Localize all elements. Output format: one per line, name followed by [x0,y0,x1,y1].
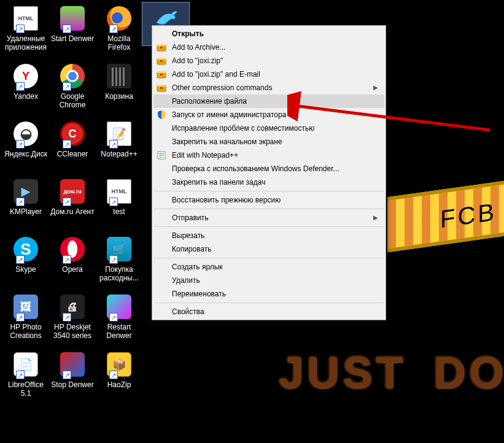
menu-separator [154,226,384,227]
icon-opera[interactable]: ↗ Opera [49,233,96,291]
icon-yandex-disk[interactable]: ◒↗ Яндекс.Диск [2,118,49,175]
icon-stop-denwer[interactable]: ↗ Stop Denwer [49,349,96,406]
shortcut-overlay-icon: ↗ [63,198,71,206]
menu-item-расположение-файла[interactable]: Расположение файла [153,94,384,108]
icon-label: KMPlayer [9,206,43,216]
icon-test[interactable]: HTML↗ test [96,175,142,233]
menu-separator [154,302,384,303]
icon-label: LibreOffice 5.1 [2,379,49,398]
icon-label: Корзина [104,91,134,101]
menu-item-закрепить-на-начальном-экране[interactable]: Закрепить на начальном экране [153,135,384,148]
menu-item-add-to-joxi-zip[interactable]: Add to "joxi.zip" [153,54,384,67]
shortcut-overlay-icon: ↗ [63,371,71,379]
menu-item-label: Edit with Notepad++ [172,151,238,160]
icon-recycle-bin[interactable]: Корзина [96,60,142,118]
menu-item-label: Копировать [172,245,212,253]
icon-label: HP Deskjet 3540 series [49,322,96,340]
icon-label: CCleaner [56,148,90,158]
menu-item-отправить[interactable]: Отправить▶ [153,211,384,225]
shortcut-overlay-icon: ↗ [63,255,71,264]
shortcut-overlay-icon: ↗ [109,25,118,33]
icon-notepadpp[interactable]: 📝↗ Notepad++ [96,118,142,175]
menu-item-проверка-с-использованием-wind[interactable]: Проверка с использованием Windows Defend… [153,162,384,175]
icon-start-denwer[interactable]: ↗ Start Denwer [49,2,96,60]
menu-separator [154,258,384,258]
menu-separator [154,209,384,209]
menu-item-label: Other compression commands [172,83,272,92]
icon-label: Restart Denwer [96,322,142,340]
shortcut-overlay-icon: ↗ [16,313,25,322]
icon-label: HaoZip [106,379,133,389]
icon-shopping[interactable]: 🛒↗ Покупка расходны... [96,233,142,291]
svg-rect-1 [157,44,166,46]
menu-item-свойства[interactable]: Свойства [153,305,384,318]
menu-item-восстановить-прежнюю-версию[interactable]: Восстановить прежнюю версию [153,193,384,207]
shortcut-overlay-icon: ↗ [109,371,118,379]
shortcut-overlay-icon: ↗ [63,82,71,91]
menu-item-запуск-от-имени-администратора[interactable]: Запуск от имени администратора [153,108,384,121]
svg-rect-7 [157,71,166,73]
icon-chrome[interactable]: ↗ Google Chrome [49,60,96,118]
icon-label: Google Chrome [49,91,96,109]
menu-item-label: Add to "joxi.zip" and E-mail [172,70,260,79]
archive-icon [156,55,167,66]
icon-domru[interactable]: дом.ru↗ Дом.ru Агент [49,175,96,233]
svg-rect-8 [160,74,163,75]
menu-item-открыть[interactable]: Открыть [153,27,384,40]
menu-item-label: Add to "joxi.zip" [172,56,223,65]
menu-item-label: Восстановить прежнюю версию [172,196,281,204]
shortcut-overlay-icon: ↗ [16,255,25,264]
menu-item-переименовать[interactable]: Переименовать [153,287,384,301]
menu-item-вырезать[interactable]: Вырезать [153,229,384,242]
menu-item-закрепить-на-панели-задач[interactable]: Закрепить на панели задач [153,175,384,189]
svg-rect-4 [157,58,166,60]
icon-label: test [112,206,126,216]
menu-item-add-to-joxi-zip-and-e-mail[interactable]: Add to "joxi.zip" and E-mail [153,67,384,81]
menu-item-other-compression-commands[interactable]: Other compression commands▶ [153,81,384,94]
shortcut-overlay-icon: ↗ [109,313,118,322]
icon-label: Покупка расходны... [96,264,142,282]
menu-item-label: Add to Archive... [172,43,225,52]
icon-label: Opera [61,264,83,274]
icon-label: Skype [14,264,37,274]
icon-firefox[interactable]: ↗ Mozilla Firefox [96,2,142,60]
menu-item-копировать[interactable]: Копировать [153,242,384,256]
icon-yandex[interactable]: Y↗ Yandex [2,60,49,118]
submenu-arrow-icon: ▶ [373,214,378,221]
icon-kmplayer[interactable]: ▶↗ KMPlayer [2,175,49,233]
menu-item-edit-with-notepad[interactable]: Edit with Notepad++ [153,148,384,162]
menu-item-исправление-проблем-с-совмести[interactable]: Исправление проблем с совместимостью [153,121,384,135]
menu-item-создать-ярлык[interactable]: Создать ярлык [153,260,384,274]
icon-label: Start Denwer [50,33,95,43]
icon-libreoffice[interactable]: 📄↗ LibreOffice 5.1 [2,349,49,406]
icon-label: Notepad++ [99,148,138,158]
icon-skype[interactable]: S↗ Skype [2,233,49,291]
context-menu: ОткрытьAdd to Archive...Add to "joxi.zip… [152,25,386,320]
icon-label: Yandex [12,91,39,101]
icon-label: Удаленные приложения [2,33,49,52]
shortcut-overlay-icon: ↗ [16,140,25,148]
icon-label: Дом.ru Агент [49,206,95,216]
shortcut-overlay-icon: ↗ [16,25,25,33]
menu-item-удалить[interactable]: Удалить [153,274,384,287]
icon-haozip[interactable]: 📦↗ HaoZip [96,349,142,406]
icon-hp-deskjet[interactable]: 🖨↗ HP Deskjet 3540 series [49,291,96,349]
svg-rect-11 [160,87,163,89]
icon-restart-denwer[interactable]: ↗ Restart Denwer [96,291,142,349]
menu-item-label: Создать ярлык [172,263,223,271]
shortcut-overlay-icon: ↗ [16,198,25,206]
icon-ccleaner[interactable]: C↗ CCleaner [49,118,96,175]
icon-deleted-apps[interactable]: HTML↗ Удаленные приложения [2,2,49,60]
menu-item-label: Запуск от имени администратора [172,110,286,119]
recycle-bin-icon [107,64,131,88]
menu-item-label: Проверка с использованием Windows Defend… [172,164,339,173]
shortcut-overlay-icon: ↗ [109,255,118,264]
shortcut-overlay-icon: ↗ [16,82,25,91]
shortcut-overlay-icon: ↗ [63,25,71,33]
menu-item-add-to-archive[interactable]: Add to Archive... [153,40,384,54]
icon-hp-photo[interactable]: 🖼↗ HP Photo Creations [2,291,49,349]
shortcut-overlay-icon: ↗ [63,140,71,148]
svg-rect-2 [160,47,163,48]
archive-icon [156,69,167,80]
icon-label: Stop Denwer [50,379,95,389]
